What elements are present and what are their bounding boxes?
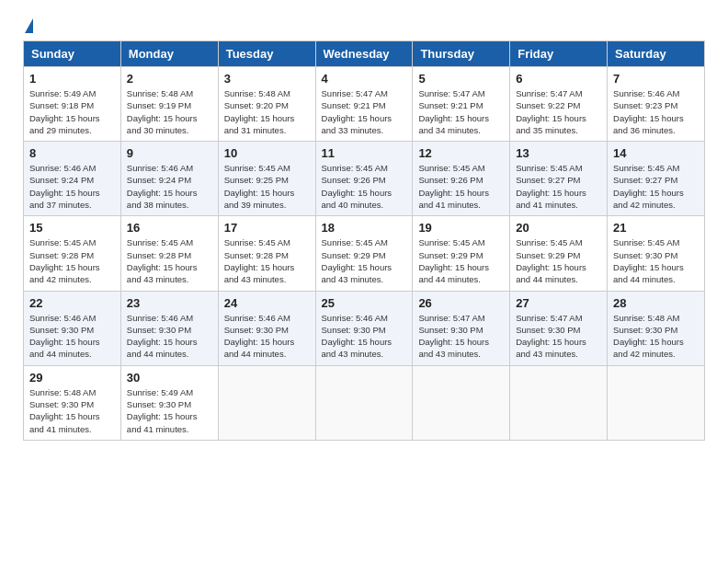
calendar-cell: 12 Sunrise: 5:45 AMSunset: 9:26 PMDaylig… [413, 142, 510, 216]
day-info: Sunrise: 5:47 AMSunset: 9:21 PMDaylight:… [322, 87, 407, 136]
day-number: 26 [418, 296, 504, 310]
column-header-tuesday: Tuesday [218, 41, 315, 67]
day-number: 29 [29, 371, 115, 385]
day-info: Sunrise: 5:45 AMSunset: 9:26 PMDaylight:… [418, 162, 504, 211]
calendar-cell [413, 365, 510, 440]
day-info: Sunrise: 5:46 AMSunset: 9:30 PMDaylight:… [127, 312, 212, 361]
calendar-week-row: 8 Sunrise: 5:46 AMSunset: 9:24 PMDayligh… [24, 142, 705, 216]
page-header [9, 9, 719, 36]
column-header-friday: Friday [510, 41, 608, 67]
day-info: Sunrise: 5:49 AMSunset: 9:18 PMDaylight:… [29, 87, 115, 136]
calendar-header-row: SundayMondayTuesdayWednesdayThursdayFrid… [24, 41, 705, 67]
day-number: 4 [322, 72, 407, 86]
calendar-cell: 9 Sunrise: 5:46 AMSunset: 9:24 PMDayligh… [120, 142, 218, 216]
day-info: Sunrise: 5:45 AMSunset: 9:30 PMDaylight:… [613, 236, 699, 285]
calendar-cell: 20 Sunrise: 5:45 AMSunset: 9:29 PMDaylig… [510, 216, 608, 291]
day-number: 21 [613, 221, 699, 235]
calendar-cell: 11 Sunrise: 5:45 AMSunset: 9:26 PMDaylig… [315, 142, 413, 216]
day-number: 16 [127, 221, 212, 235]
day-info: Sunrise: 5:45 AMSunset: 9:28 PMDaylight:… [29, 236, 115, 285]
calendar-cell: 8 Sunrise: 5:46 AMSunset: 9:24 PMDayligh… [24, 142, 121, 216]
calendar-table: SundayMondayTuesdayWednesdayThursdayFrid… [23, 40, 705, 441]
calendar-cell: 18 Sunrise: 5:45 AMSunset: 9:29 PMDaylig… [315, 216, 413, 291]
calendar-cell: 23 Sunrise: 5:46 AMSunset: 9:30 PMDaylig… [120, 291, 218, 365]
calendar-cell: 6 Sunrise: 5:47 AMSunset: 9:22 PMDayligh… [510, 67, 608, 142]
calendar-cell: 3 Sunrise: 5:48 AMSunset: 9:20 PMDayligh… [218, 67, 315, 142]
calendar-cell: 16 Sunrise: 5:45 AMSunset: 9:28 PMDaylig… [120, 216, 218, 291]
calendar-cell: 24 Sunrise: 5:46 AMSunset: 9:30 PMDaylig… [218, 291, 315, 365]
day-info: Sunrise: 5:46 AMSunset: 9:30 PMDaylight:… [322, 312, 407, 361]
day-number: 15 [29, 221, 115, 235]
day-info: Sunrise: 5:46 AMSunset: 9:24 PMDaylight:… [127, 162, 212, 211]
calendar-week-row: 22 Sunrise: 5:46 AMSunset: 9:30 PMDaylig… [24, 291, 705, 365]
day-number: 28 [613, 296, 699, 310]
calendar-cell: 30 Sunrise: 5:49 AMSunset: 9:30 PMDaylig… [120, 365, 218, 440]
day-info: Sunrise: 5:49 AMSunset: 9:30 PMDaylight:… [127, 386, 212, 435]
calendar-cell: 27 Sunrise: 5:47 AMSunset: 9:30 PMDaylig… [510, 291, 608, 365]
column-header-wednesday: Wednesday [315, 41, 413, 67]
calendar-cell: 7 Sunrise: 5:46 AMSunset: 9:23 PMDayligh… [608, 67, 705, 142]
column-header-sunday: Sunday [24, 41, 121, 67]
calendar-cell: 21 Sunrise: 5:45 AMSunset: 9:30 PMDaylig… [608, 216, 705, 291]
day-info: Sunrise: 5:47 AMSunset: 9:30 PMDaylight:… [516, 312, 601, 361]
calendar-cell: 26 Sunrise: 5:47 AMSunset: 9:30 PMDaylig… [413, 291, 510, 365]
calendar-cell [315, 365, 413, 440]
calendar-cell: 1 Sunrise: 5:49 AMSunset: 9:18 PMDayligh… [24, 67, 121, 142]
day-number: 11 [322, 146, 407, 160]
day-info: Sunrise: 5:48 AMSunset: 9:20 PMDaylight:… [224, 87, 310, 136]
day-info: Sunrise: 5:47 AMSunset: 9:30 PMDaylight:… [418, 312, 504, 361]
calendar-cell [218, 365, 315, 440]
column-header-saturday: Saturday [608, 41, 705, 67]
day-info: Sunrise: 5:45 AMSunset: 9:28 PMDaylight:… [224, 236, 310, 285]
day-number: 13 [516, 146, 601, 160]
day-number: 10 [224, 146, 310, 160]
day-number: 19 [418, 221, 504, 235]
day-number: 1 [29, 72, 115, 86]
day-number: 30 [127, 371, 212, 385]
day-info: Sunrise: 5:48 AMSunset: 9:30 PMDaylight:… [613, 312, 699, 361]
day-info: Sunrise: 5:45 AMSunset: 9:29 PMDaylight:… [418, 236, 504, 285]
day-info: Sunrise: 5:45 AMSunset: 9:27 PMDaylight:… [613, 162, 699, 211]
day-info: Sunrise: 5:45 AMSunset: 9:29 PMDaylight:… [322, 236, 407, 285]
day-number: 6 [516, 72, 601, 86]
day-number: 22 [29, 296, 115, 310]
day-number: 2 [127, 72, 212, 86]
day-number: 23 [127, 296, 212, 310]
day-info: Sunrise: 5:45 AMSunset: 9:26 PMDaylight:… [322, 162, 407, 211]
calendar-cell [608, 365, 705, 440]
day-number: 12 [418, 146, 504, 160]
calendar-cell: 10 Sunrise: 5:45 AMSunset: 9:25 PMDaylig… [218, 142, 315, 216]
day-number: 5 [418, 72, 504, 86]
day-number: 14 [613, 146, 699, 160]
calendar-cell: 5 Sunrise: 5:47 AMSunset: 9:21 PMDayligh… [413, 67, 510, 142]
day-info: Sunrise: 5:45 AMSunset: 9:25 PMDaylight:… [224, 162, 310, 211]
day-info: Sunrise: 5:45 AMSunset: 9:27 PMDaylight:… [516, 162, 601, 211]
calendar-week-row: 1 Sunrise: 5:49 AMSunset: 9:18 PMDayligh… [24, 67, 705, 142]
calendar-cell: 2 Sunrise: 5:48 AMSunset: 9:19 PMDayligh… [120, 67, 218, 142]
day-info: Sunrise: 5:47 AMSunset: 9:22 PMDaylight:… [516, 87, 601, 136]
day-number: 9 [127, 146, 212, 160]
column-header-monday: Monday [120, 41, 218, 67]
calendar-cell [510, 365, 608, 440]
day-number: 25 [322, 296, 407, 310]
day-number: 24 [224, 296, 310, 310]
calendar-cell: 22 Sunrise: 5:46 AMSunset: 9:30 PMDaylig… [24, 291, 121, 365]
calendar-cell: 17 Sunrise: 5:45 AMSunset: 9:28 PMDaylig… [218, 216, 315, 291]
day-number: 27 [516, 296, 601, 310]
day-info: Sunrise: 5:46 AMSunset: 9:30 PMDaylight:… [224, 312, 310, 361]
day-number: 20 [516, 221, 601, 235]
day-number: 3 [224, 72, 310, 86]
calendar-cell: 28 Sunrise: 5:48 AMSunset: 9:30 PMDaylig… [608, 291, 705, 365]
day-info: Sunrise: 5:48 AMSunset: 9:19 PMDaylight:… [127, 87, 212, 136]
calendar-cell: 29 Sunrise: 5:48 AMSunset: 9:30 PMDaylig… [24, 365, 121, 440]
calendar-cell: 19 Sunrise: 5:45 AMSunset: 9:29 PMDaylig… [413, 216, 510, 291]
day-info: Sunrise: 5:46 AMSunset: 9:24 PMDaylight:… [29, 162, 115, 211]
calendar-cell: 14 Sunrise: 5:45 AMSunset: 9:27 PMDaylig… [608, 142, 705, 216]
day-info: Sunrise: 5:48 AMSunset: 9:30 PMDaylight:… [29, 386, 115, 435]
calendar-week-row: 29 Sunrise: 5:48 AMSunset: 9:30 PMDaylig… [24, 365, 705, 440]
day-number: 17 [224, 221, 310, 235]
day-info: Sunrise: 5:45 AMSunset: 9:28 PMDaylight:… [127, 236, 212, 285]
column-header-thursday: Thursday [413, 41, 510, 67]
calendar-cell: 4 Sunrise: 5:47 AMSunset: 9:21 PMDayligh… [315, 67, 413, 142]
logo [23, 18, 33, 31]
